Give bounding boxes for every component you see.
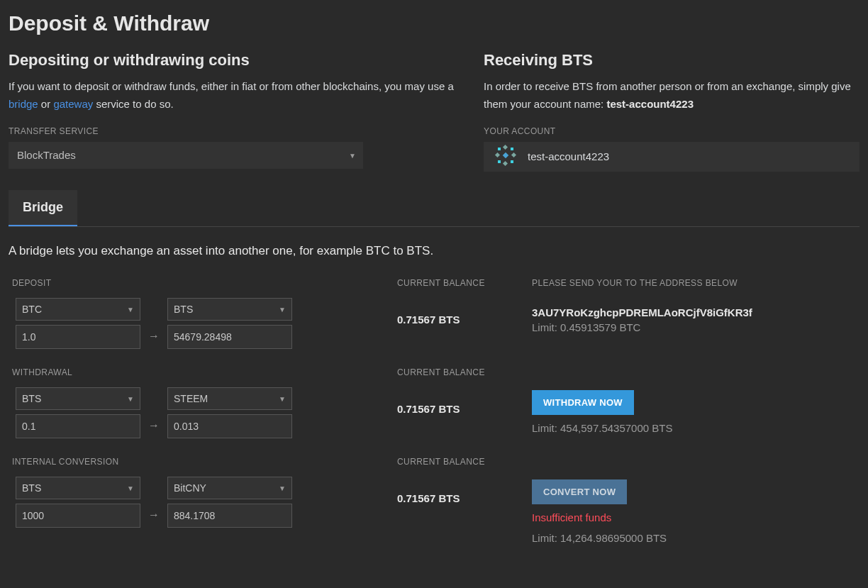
convert-now-button[interactable]: CONVERT NOW: [532, 479, 627, 504]
deposit-from-asset-select[interactable]: BTC ▼: [16, 298, 140, 321]
chevron-down-icon: ▼: [127, 305, 134, 313]
balance-header: CURRENT BALANCE: [397, 457, 532, 467]
svg-rect-8: [511, 160, 513, 163]
account-name-value: test-account4223: [528, 150, 609, 162]
deposit-to-asset-select[interactable]: BTS ▼: [167, 298, 292, 321]
deposit-to-amount-input[interactable]: [167, 325, 292, 349]
deposit-to-asset: BTS: [174, 304, 193, 315]
withdraw-now-button[interactable]: WITHDRAW NOW: [532, 390, 634, 415]
withdraw-to-asset: STEEM: [174, 393, 208, 404]
bridge-link[interactable]: bridge: [9, 98, 38, 110]
deposit-balance: 0.71567 BTS: [397, 314, 532, 326]
chevron-down-icon: ▼: [279, 484, 286, 492]
balance-header: CURRENT BALANCE: [397, 367, 532, 377]
arrow-right-icon: →: [148, 419, 160, 432]
balance-header: CURRENT BALANCE: [397, 278, 532, 288]
page-title: Deposit & Withdraw: [9, 11, 859, 35]
svg-rect-7: [498, 160, 501, 163]
transfer-service-value: BlockTrades: [17, 149, 76, 161]
receiving-account-name: test-account4223: [606, 98, 694, 110]
svg-rect-6: [511, 148, 513, 150]
arrow-right-icon: →: [148, 509, 160, 521]
withdraw-from-amount-input[interactable]: [16, 414, 140, 438]
account-box: test-account4223: [484, 142, 859, 172]
convert-to-amount-input[interactable]: [167, 504, 292, 528]
chevron-down-icon: ▼: [279, 305, 286, 313]
convert-balance: 0.71567 BTS: [397, 492, 532, 504]
convert-to-asset-select[interactable]: BitCNY ▼: [167, 477, 292, 499]
chevron-down-icon: ▼: [279, 394, 286, 402]
convert-from-amount-input[interactable]: [16, 504, 140, 528]
svg-rect-0: [503, 152, 508, 158]
send-to-header: PLEASE SEND YOUR TO THE ADDRESS BELOW: [532, 278, 859, 288]
chevron-down-icon: ▼: [349, 151, 356, 159]
intro-text-1: If you want to deposit or withdraw funds…: [9, 80, 454, 92]
deposit-withdraw-heading: Depositing or withdrawing coins: [9, 51, 484, 70]
chevron-down-icon: ▼: [127, 484, 134, 492]
transfer-service-select[interactable]: BlockTrades ▼: [9, 142, 363, 169]
your-account-label: YOUR ACCOUNT: [484, 126, 859, 136]
deposit-address: 3AU7YRoKzghcpPDREMLAoRCjfV8iGfKR3f: [532, 306, 859, 318]
deposit-limit: Limit: 0.45913579 BTC: [532, 321, 859, 333]
withdraw-from-asset: BTS: [22, 393, 41, 404]
deposit-from-amount-input[interactable]: [16, 325, 140, 349]
intro-or: or: [38, 98, 54, 110]
tab-bridge[interactable]: Bridge: [9, 190, 77, 226]
arrow-right-icon: →: [148, 330, 160, 343]
svg-rect-4: [503, 161, 508, 166]
withdraw-limit: Limit: 454,597.54357000 BTS: [532, 422, 859, 434]
deposit-from-asset: BTC: [22, 304, 42, 315]
withdraw-to-asset-select[interactable]: STEEM ▼: [167, 387, 292, 410]
bridge-description: A bridge lets you exchange an asset into…: [9, 244, 859, 258]
gateway-link[interactable]: gateway: [53, 98, 93, 110]
svg-rect-3: [503, 145, 508, 150]
convert-error: Insufficient funds: [532, 511, 859, 523]
receiving-intro: In order to receive BTS from another per…: [484, 78, 859, 113]
svg-rect-5: [498, 148, 501, 150]
withdrawal-header: WITHDRAWAL: [9, 367, 397, 377]
svg-rect-2: [511, 152, 516, 157]
svg-rect-1: [495, 152, 500, 157]
convert-limit: Limit: 14,264.98695000 BTS: [532, 532, 859, 544]
internal-conversion-header: INTERNAL CONVERSION: [9, 457, 397, 467]
convert-from-asset-select[interactable]: BTS ▼: [16, 477, 140, 499]
chevron-down-icon: ▼: [127, 394, 134, 402]
deposit-header: DEPOSIT: [9, 278, 397, 288]
withdraw-to-amount-input[interactable]: [167, 414, 292, 438]
convert-to-asset: BitCNY: [174, 482, 206, 494]
withdraw-from-asset-select[interactable]: BTS ▼: [16, 387, 140, 410]
account-avatar-icon: [491, 140, 521, 172]
intro-text-2: service to do so.: [93, 98, 173, 110]
convert-from-asset: BTS: [22, 482, 41, 494]
receiving-heading: Receiving BTS: [484, 51, 859, 70]
transfer-service-label: TRANSFER SERVICE: [9, 126, 484, 136]
intro-text: If you want to deposit or withdraw funds…: [9, 78, 484, 113]
withdraw-balance: 0.71567 BTS: [397, 403, 532, 415]
